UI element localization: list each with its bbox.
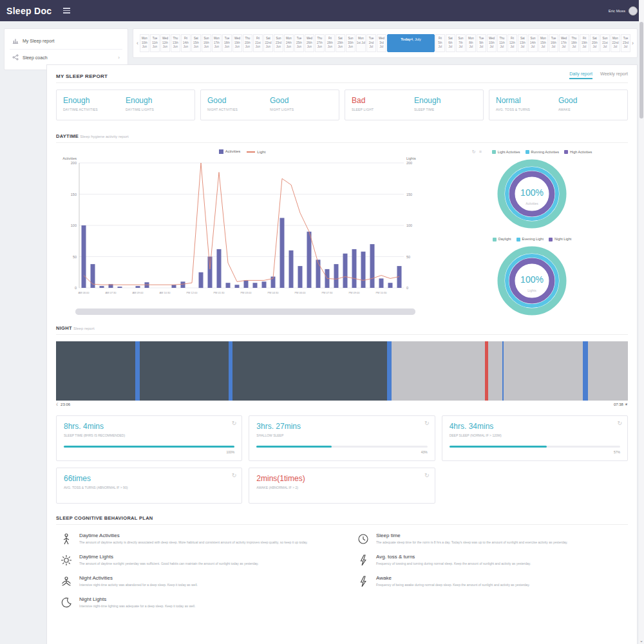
date-cell[interactable]: Tue2nd Jul xyxy=(366,34,376,52)
donut-legend-item[interactable]: Light Activities xyxy=(492,150,520,155)
date-cell[interactable]: Sun30th Jun xyxy=(346,34,355,52)
scrollbar-thumb[interactable] xyxy=(639,22,643,118)
legend-light[interactable]: Light xyxy=(247,150,265,154)
date-cell[interactable]: Fri12th Jul xyxy=(507,34,517,52)
date-cell[interactable]: Sun14th Jul xyxy=(528,34,538,52)
refresh-icon[interactable]: ↻ xyxy=(424,472,430,478)
sidebar-item-sleep-coach[interactable]: Sleep coach › xyxy=(5,50,128,66)
date-cell[interactable]: Fri5th Jul xyxy=(435,34,445,52)
summary-value: Enough xyxy=(63,96,126,105)
donut-legend: DaylightEvening LightNight Light xyxy=(493,237,572,242)
date-cell[interactable]: Wed10th Jul xyxy=(487,34,497,52)
menu-icon[interactable] xyxy=(63,8,70,14)
plan-title: Night Lights xyxy=(79,596,195,602)
date-cell[interactable]: Mon8th Jul xyxy=(466,34,476,52)
main-panel: MY SLEEP REPORT Daily reportWeekly repor… xyxy=(46,64,638,644)
date-cell[interactable]: Thu11th Jul xyxy=(497,34,507,52)
date-cell[interactable]: Sat22nd Jun xyxy=(263,34,273,52)
date-cell[interactable]: Fri14th Jun xyxy=(181,34,191,52)
donut-rings[interactable]: 100% Activities xyxy=(494,156,570,232)
date-cell[interactable]: Mon24th Jun xyxy=(284,34,294,52)
behavioral-plan-list: Daytime Activities The amount of daytime… xyxy=(56,533,628,609)
date-cell[interactable]: Thu18th Jul xyxy=(569,34,579,52)
refresh-icon[interactable]: ↻ xyxy=(424,420,430,426)
date-cell[interactable]: Mon22nd Jul xyxy=(611,34,620,52)
refresh-icon[interactable]: ↻ xyxy=(232,420,237,426)
date-cell[interactable]: Tue16th Jul xyxy=(549,34,558,52)
chart-scrollbar[interactable] xyxy=(75,308,415,315)
refresh-icon[interactable]: ↻ xyxy=(472,149,476,155)
date-cell[interactable]: Wed12th Jun xyxy=(160,34,170,52)
date-cell[interactable]: Sat13th Jul xyxy=(518,34,527,52)
stat-card: ↻ 2mins(1times) AWAKE (ABNORMAL IF > 2) xyxy=(249,468,435,504)
tab-daily-report[interactable]: Daily report xyxy=(569,71,592,79)
donut-chart: ↻≡Light ActivitiesRunning ActivitiesHigh… xyxy=(472,147,592,234)
donut-legend-item[interactable]: High Activities xyxy=(564,150,592,155)
date-cell[interactable]: Tue11th Jun xyxy=(150,34,160,52)
donut-legend-item[interactable]: Daylight xyxy=(493,237,511,242)
date-cell[interactable]: Tue9th Jul xyxy=(477,34,486,52)
date-cell[interactable]: Sun23rd Jun xyxy=(274,34,283,52)
date-cell[interactable]: Tue25th Jun xyxy=(294,34,304,52)
date-cell[interactable]: Wed17th Jul xyxy=(559,34,569,52)
user-name[interactable]: Eric Moss xyxy=(609,9,625,13)
summary-cards: Enough DAYTIME ACTIVITIESEnough DAYTIME … xyxy=(56,90,628,120)
svg-text:0: 0 xyxy=(406,286,408,290)
date-cell[interactable]: Sun21st Jul xyxy=(600,34,610,52)
date-cell[interactable]: Mon1st Jul xyxy=(356,34,366,52)
donut-rings[interactable]: 100% Lights xyxy=(494,243,570,319)
date-prev-icon[interactable]: ‹ xyxy=(135,40,140,46)
legend-activities[interactable]: Activities xyxy=(219,149,241,154)
date-cell[interactable]: Sat15th Jun xyxy=(191,34,201,52)
date-cell-today[interactable]: Today4, July xyxy=(387,34,435,52)
refresh-icon[interactable]: ↻ xyxy=(617,420,622,426)
date-cell[interactable]: Sun7th Jul xyxy=(456,34,466,52)
date-cell[interactable]: Mon15th Jul xyxy=(538,34,548,52)
chart-menu-icon[interactable]: ≡ xyxy=(479,149,482,155)
tab-weekly-report[interactable]: Weekly report xyxy=(600,71,628,79)
date-cell[interactable]: Fri21st Jun xyxy=(253,34,263,52)
date-cell[interactable]: Thu20th Jun xyxy=(243,34,252,52)
sidebar-item-my-sleep-report[interactable]: My Sleep report xyxy=(5,33,128,49)
sleep-timeline[interactable] xyxy=(56,341,628,401)
plan-description: Frequency of being awake during normal d… xyxy=(376,583,530,588)
sidebar-item-label: My Sleep report xyxy=(23,39,54,43)
stat-card: ↻ 66times AVG. TOSS & TURNS (ABNORMAL IF… xyxy=(56,468,242,504)
date-cell[interactable]: Mon17th Jun xyxy=(212,34,222,52)
date-cell[interactable]: Thu27th Jun xyxy=(315,34,325,52)
date-cell[interactable]: Tue18th Jun xyxy=(222,34,232,52)
date-cell[interactable]: Wed26th Jun xyxy=(305,34,314,52)
date-cell[interactable]: Sun16th Jun xyxy=(202,34,211,52)
activity-light-chart[interactable]: 005050100100150150200200ActivitiesLights… xyxy=(56,154,428,305)
donut-legend: ↻≡Light ActivitiesRunning ActivitiesHigh… xyxy=(472,149,592,155)
page-scrollbar[interactable]: ⌄ xyxy=(639,0,644,644)
date-cell[interactable]: Fri28th Jun xyxy=(325,34,335,52)
date-cell[interactable]: Tue23rd Jul xyxy=(621,34,630,52)
refresh-icon[interactable]: ↻ xyxy=(232,472,237,478)
donut-legend-item[interactable]: Running Activities xyxy=(526,150,559,155)
svg-text:PM 04:30: PM 04:30 xyxy=(267,291,279,294)
daytime-section: DAYTIME Sleep hygiene activity report Ac… xyxy=(56,129,628,321)
stat-card: ↻ 4hrs. 34mins DEEP SLEEP (NORMAL IF > 1… xyxy=(442,415,628,461)
donut-center-value: 100% xyxy=(520,274,544,285)
sleep-segment-toss xyxy=(583,341,588,401)
stat-value: 66times xyxy=(64,474,234,483)
date-cell[interactable]: Wed3rd Jul xyxy=(377,34,386,52)
date-cell[interactable]: Sat29th Jun xyxy=(336,34,345,52)
donut-legend-item[interactable]: Evening Light xyxy=(516,237,544,242)
svg-text:PM 01:30: PM 01:30 xyxy=(213,291,225,294)
progress-percent: 43% xyxy=(256,450,427,454)
date-next-icon[interactable]: › xyxy=(630,40,635,46)
avatar[interactable] xyxy=(629,6,638,15)
date-cell[interactable]: Thu13th Jun xyxy=(171,34,180,52)
scroll-down-icon[interactable]: ⌄ xyxy=(639,638,644,643)
donut-legend-item[interactable]: Night Light xyxy=(549,237,571,242)
date-cell[interactable]: Mon10th Jun xyxy=(140,34,149,52)
date-cell[interactable]: Sat20th Jul xyxy=(590,34,600,52)
svg-text:Activities: Activities xyxy=(62,156,77,160)
date-cell[interactable]: Wed19th Jun xyxy=(232,34,242,52)
report-tabs: Daily reportWeekly report xyxy=(569,71,628,79)
date-cell[interactable]: Fri19th Jul xyxy=(580,34,589,52)
date-cell[interactable]: Sat6th Jul xyxy=(446,34,455,52)
app-logo[interactable]: Sleep Doc xyxy=(6,6,52,16)
